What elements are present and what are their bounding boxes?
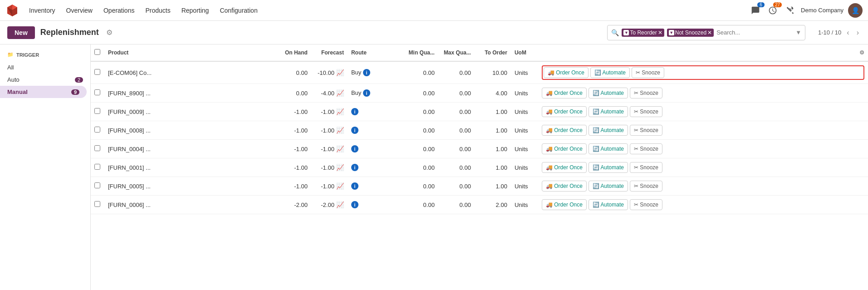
snooze-btn[interactable]: ✂ Snooze xyxy=(630,162,662,173)
col-header-to-order[interactable]: To Order xyxy=(475,44,511,61)
user-avatar[interactable]: 👤 xyxy=(848,3,863,18)
company-name[interactable]: Demo Company xyxy=(801,7,843,14)
search-dropdown-arrow[interactable]: ▼ xyxy=(795,29,801,36)
filter-tag-not-snoozed[interactable]: ▼ Not Snoozed ✕ xyxy=(667,29,714,37)
snooze-btn[interactable]: ✂ Snooze xyxy=(630,88,662,98)
automate-btn[interactable]: 🔄 Automate xyxy=(588,181,628,192)
nav-operations[interactable]: Operations xyxy=(99,5,139,16)
forecast-chart-icon[interactable]: 📈 xyxy=(336,201,344,208)
app-logo[interactable] xyxy=(5,4,19,17)
pagination-prev[interactable]: ‹ xyxy=(845,28,851,38)
max-qty-value: 0.00 xyxy=(438,196,475,214)
clock-icon-btn[interactable]: 27 xyxy=(766,4,779,17)
nav-inventory[interactable]: Inventory xyxy=(25,5,60,16)
sidebar-item-manual[interactable]: Manual 9 xyxy=(0,86,87,98)
row-checkbox[interactable] xyxy=(94,108,100,114)
snooze-btn[interactable]: ✂ Snooze xyxy=(630,106,662,117)
min-qty-value: 0.00 xyxy=(402,140,438,158)
automate-btn[interactable]: 🔄 Automate xyxy=(588,143,628,154)
col-header-on-hand[interactable]: On Hand xyxy=(275,44,311,61)
order-once-btn[interactable]: 🚚 Order Once xyxy=(542,88,587,98)
forecast-value: -1.00 📈 xyxy=(311,140,348,158)
forecast-chart-icon[interactable]: 📈 xyxy=(336,145,344,152)
automate-btn[interactable]: 🔄 Automate xyxy=(588,106,628,117)
forecast-chart-icon[interactable]: 📈 xyxy=(336,127,344,134)
forecast-chart-icon[interactable]: 📈 xyxy=(336,164,344,171)
nav-overview[interactable]: Overview xyxy=(62,5,97,16)
table-row: [FURN_0004] ... -1.00 -1.00 📈 i 0.00 0.0… xyxy=(91,140,868,158)
col-header-uom[interactable]: UoM xyxy=(511,44,538,61)
nav-reporting[interactable]: Reporting xyxy=(177,5,214,16)
automate-btn[interactable]: 🔄 Automate xyxy=(590,67,630,78)
route-info-icon[interactable]: i xyxy=(351,182,358,190)
order-once-btn[interactable]: 🚚 Order Once xyxy=(542,106,587,117)
automate-btn[interactable]: 🔄 Automate xyxy=(588,162,628,173)
new-button[interactable]: New xyxy=(7,26,35,39)
product-name: [FURN_0008] ... xyxy=(104,121,275,140)
action-buttons-cell: 🚚 Order Once 🔄 Automate ✂ Snooze xyxy=(538,84,868,103)
chat-icon-btn[interactable]: 6 xyxy=(749,4,762,17)
sidebar-item-auto-label: Auto xyxy=(7,76,20,83)
forecast-chart-icon[interactable]: 📈 xyxy=(336,69,344,76)
settings-gear-icon[interactable]: ⚙ xyxy=(106,28,113,37)
automate-btn[interactable]: 🔄 Automate xyxy=(588,88,628,98)
col-header-min-qty[interactable]: Min Qua... xyxy=(402,44,438,61)
nav-products[interactable]: Products xyxy=(141,5,175,16)
filter-tag-to-reorder[interactable]: ▼ To Reorder ✕ xyxy=(622,29,664,37)
forecast-value: -4.00 📈 xyxy=(311,84,348,103)
forecast-chart-icon[interactable]: 📈 xyxy=(336,182,344,190)
order-once-btn[interactable]: 🚚 Order Once xyxy=(542,143,587,154)
sidebar-item-all[interactable]: All xyxy=(0,61,90,74)
route-info-icon[interactable]: i xyxy=(363,69,370,76)
search-input[interactable] xyxy=(716,29,793,36)
col-header-forecast[interactable]: Forecast xyxy=(311,44,348,61)
nav-configuration[interactable]: Configuration xyxy=(215,5,262,16)
row-checkbox[interactable] xyxy=(94,69,100,75)
sidebar-item-auto[interactable]: Auto 2 xyxy=(0,74,90,86)
forecast-chart-icon[interactable]: 📈 xyxy=(336,89,344,97)
route-info-icon[interactable]: i xyxy=(351,127,358,134)
row-checkbox[interactable] xyxy=(94,127,100,133)
snooze-btn[interactable]: ✂ Snooze xyxy=(630,143,662,154)
on-hand-value: 0.00 xyxy=(275,61,311,84)
table-area: Product On Hand Forecast Route Min Qua..… xyxy=(91,44,868,290)
automate-btn[interactable]: 🔄 Automate xyxy=(588,199,628,210)
filter-tag-to-reorder-remove[interactable]: ✕ xyxy=(658,29,662,36)
row-checkbox[interactable] xyxy=(94,164,100,170)
col-header-max-qty[interactable]: Max Qua... xyxy=(438,44,475,61)
order-once-btn[interactable]: 🚚 Order Once xyxy=(544,67,588,78)
route-info-icon[interactable]: i xyxy=(351,201,358,208)
col-header-product[interactable]: Product xyxy=(104,44,275,61)
actions-cell: 🚚 Order Once 🔄 Automate ✂ Snooze xyxy=(542,199,864,210)
pagination-next[interactable]: › xyxy=(855,28,861,38)
forecast-chart-icon[interactable]: 📈 xyxy=(336,108,344,115)
route-cell: Buy i xyxy=(348,84,402,103)
table-row: [FURN_0005] ... -1.00 -1.00 📈 i 0.00 0.0… xyxy=(91,177,868,196)
col-header-route[interactable]: Route xyxy=(348,44,402,61)
order-once-btn[interactable]: 🚚 Order Once xyxy=(542,162,587,173)
route-info-icon[interactable]: i xyxy=(351,145,358,152)
tools-icon-btn[interactable] xyxy=(784,4,796,17)
order-once-btn[interactable]: 🚚 Order Once xyxy=(542,181,587,192)
automate-btn[interactable]: 🔄 Automate xyxy=(588,125,628,136)
route-info-icon[interactable]: i xyxy=(351,164,358,171)
order-once-btn[interactable]: 🚚 Order Once xyxy=(542,125,587,136)
row-checkbox[interactable] xyxy=(94,145,100,151)
snooze-btn[interactable]: ✂ Snooze xyxy=(632,67,664,78)
col-header-actions: ⚙ xyxy=(538,44,868,61)
row-checkbox[interactable] xyxy=(94,89,100,95)
snooze-btn[interactable]: ✂ Snooze xyxy=(630,181,662,192)
row-checkbox[interactable] xyxy=(94,201,100,207)
route-info-icon[interactable]: i xyxy=(351,108,358,115)
select-all-checkbox[interactable] xyxy=(94,49,100,55)
column-settings-icon[interactable]: ⚙ xyxy=(859,49,864,56)
route-info-icon[interactable]: i xyxy=(363,89,370,97)
order-once-btn[interactable]: 🚚 Order Once xyxy=(542,199,587,210)
snooze-btn[interactable]: ✂ Snooze xyxy=(630,199,662,210)
table-row: [FURN_0009] ... -1.00 -1.00 📈 i 0.00 0.0… xyxy=(91,103,868,121)
row-checkbox[interactable] xyxy=(94,182,100,188)
product-name: [FURN_8900] ... xyxy=(104,84,275,103)
filter-tag-not-snoozed-remove[interactable]: ✕ xyxy=(707,29,712,36)
uom-value: Units xyxy=(511,177,538,196)
snooze-btn[interactable]: ✂ Snooze xyxy=(630,125,662,136)
